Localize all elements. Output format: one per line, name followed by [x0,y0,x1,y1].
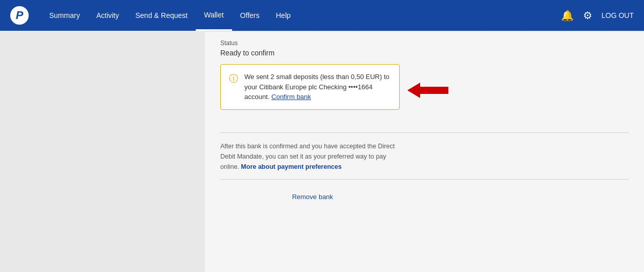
navbar: P Summary Activity Send & Request Wallet… [0,0,644,31]
gear-icon[interactable]: ⚙ [583,9,592,22]
remove-bank-link[interactable]: Remove bank [292,193,333,201]
status-label: Status [220,40,629,47]
logout-button[interactable]: LOG OUT [601,11,634,20]
red-arrow [407,83,448,98]
payment-prefs-link[interactable]: More about payment preferences [241,163,342,170]
nav-send-request[interactable]: Send & Request [127,0,196,31]
info-text: We sent 2 small deposits (less than 0,50… [244,72,391,102]
right-panel: Status Ready to confirm ⓘ We sent 2 smal… [205,31,644,272]
page-container: Status Ready to confirm ⓘ We sent 2 smal… [0,31,644,272]
below-box-section: After this bank is confirmed and you hav… [205,141,644,172]
status-value: Ready to confirm [220,49,629,57]
info-box: ⓘ We sent 2 small deposits (less than 0,… [220,64,400,110]
mid-divider [220,132,629,133]
remove-bank-section: Remove bank [205,187,644,206]
nav-activity[interactable]: Activity [88,0,127,31]
status-section: Status Ready to confirm ⓘ We sent 2 smal… [205,31,644,132]
warning-icon: ⓘ [229,72,238,102]
nav-summary[interactable]: Summary [41,0,88,31]
nav-links: Summary Activity Send & Request Wallet O… [41,0,299,31]
logo-letter: P [16,9,24,22]
nav-help[interactable]: Help [267,0,299,31]
info-message: We sent 2 small deposits (less than 0,50… [244,73,389,101]
arrow-body [420,87,448,94]
nav-wallet[interactable]: Wallet [196,0,232,31]
paypal-logo: P [10,6,29,25]
nav-offers[interactable]: Offers [232,0,268,31]
info-box-wrapper: ⓘ We sent 2 small deposits (less than 0,… [220,64,400,117]
below-box-text: After this bank is confirmed and you hav… [220,141,405,172]
bottom-divider [220,179,629,180]
confirm-bank-link[interactable]: Confirm bank [272,93,311,101]
remove-bank-container: Remove bank [220,187,405,206]
red-arrow-container [407,83,448,98]
arrow-head-left [407,83,420,98]
bell-icon[interactable]: 🔔 [561,9,574,22]
left-panel [0,31,205,272]
nav-right: 🔔 ⚙ LOG OUT [561,9,634,22]
